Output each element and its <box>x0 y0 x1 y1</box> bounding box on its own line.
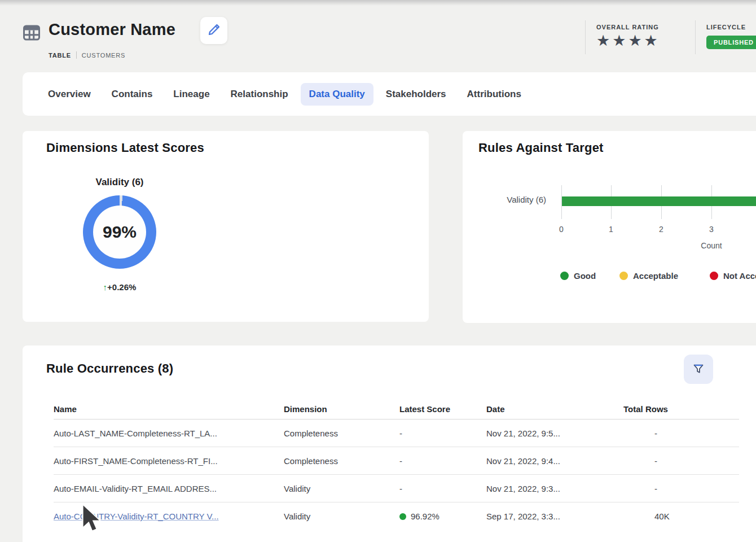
tab-bar: Overview Contains Lineage Relationship D… <box>23 72 756 116</box>
donut-score-value: 99% <box>103 222 137 242</box>
rule-name-link[interactable]: Auto-FIRST_NAME-Completeness-RT_FI... <box>54 456 284 466</box>
header-divider-2 <box>695 20 696 54</box>
star-rating-icons: ★★★★ <box>596 32 660 50</box>
rule-date: Nov 21, 2022, 9:4... <box>486 456 623 466</box>
good-dot-icon <box>560 272 569 280</box>
overall-rating: OVERALL RATING ★★★★ <box>596 24 660 50</box>
table-row-hovered[interactable]: Auto-COUNTRY-Validity-RT_COUNTRY V... Va… <box>54 502 739 530</box>
validity-donut-chart: 99% <box>83 195 156 269</box>
data-catalog-page: Customer Name TABLE CUSTOMERS OVERALL RA… <box>0 0 756 542</box>
tab-data-quality[interactable]: Data Quality <box>301 83 373 106</box>
tab-relationship[interactable]: Relationship <box>222 83 297 106</box>
edit-title-button[interactable] <box>200 17 227 44</box>
score-value: 96.92% <box>411 512 439 521</box>
rule-date: Sep 17, 2022, 3:3... <box>486 512 623 521</box>
tab-attributions[interactable]: Attributions <box>459 83 530 106</box>
legend-not-acceptable-label: Not Acceptable <box>723 271 756 281</box>
column-header-name: Name <box>54 404 284 414</box>
page-title: Customer Name <box>49 20 175 39</box>
column-header-latest-score: Latest Score <box>399 404 486 414</box>
legend-good-label: Good <box>574 271 596 281</box>
rule-total-rows: - <box>623 429 739 438</box>
rule-occurrences-card: Rule Occurrences (8) Name Dimension Late… <box>23 346 756 542</box>
legend-acceptable-label: Acceptable <box>633 271 678 281</box>
x-tick-1: 1 <box>604 225 618 234</box>
rules-card-title: Rules Against Target <box>478 141 604 155</box>
breadcrumb: TABLE CUSTOMERS <box>49 51 125 59</box>
table-row[interactable]: Auto-EMAIL-Validity-RT_EMAIL ADDRES... V… <box>54 475 739 502</box>
legend-not-acceptable: Not Acceptable <box>710 271 756 281</box>
trend-up-arrow-icon: ↑ <box>103 282 108 292</box>
donut-dimension-label: Validity (6) <box>41 177 199 188</box>
x-tick-3: 3 <box>705 225 718 234</box>
lifecycle: LIFECYCLE PUBLISHED <box>706 24 756 49</box>
score-trend: ↑+0.26% <box>41 282 199 292</box>
lifecycle-label: LIFECYCLE <box>706 24 756 30</box>
x-axis-label: Count <box>689 241 734 250</box>
not-acceptable-dot-icon <box>710 272 718 280</box>
rules-against-target-card: Rules Against Target Validity (6) 0 1 2 … <box>463 131 756 323</box>
rule-dimension: Validity <box>284 484 399 493</box>
rule-total-rows: - <box>623 484 739 493</box>
rule-dimension: Validity <box>284 512 399 521</box>
rule-total-rows: - <box>623 456 739 466</box>
trend-value: +0.26% <box>107 282 136 292</box>
tab-lineage[interactable]: Lineage <box>165 83 218 106</box>
donut-hole: 99% <box>93 206 146 259</box>
rule-latest-score: - <box>399 429 486 438</box>
rule-occurrences-table: Name Dimension Latest Score Date Total R… <box>54 399 739 530</box>
breadcrumb-divider <box>76 51 77 59</box>
asset-name-label: CUSTOMERS <box>82 52 125 59</box>
legend-acceptable: Acceptable <box>619 271 678 281</box>
tab-overview[interactable]: Overview <box>39 83 99 106</box>
validity-count-bar <box>562 196 756 206</box>
overall-rating-label: OVERALL RATING <box>596 24 660 30</box>
x-tick-0: 0 <box>555 225 568 234</box>
table-header-row: Name Dimension Latest Score Date Total R… <box>54 399 739 419</box>
rule-date: Nov 21, 2022, 9:3... <box>486 484 623 493</box>
bar-category-label: Validity (6) <box>474 195 546 204</box>
rule-name-link[interactable]: Auto-EMAIL-Validity-RT_EMAIL ADDRES... <box>54 484 284 493</box>
rule-dimension: Completeness <box>284 456 399 466</box>
window-top-edge <box>0 0 756 6</box>
rule-total-rows: 40K <box>623 512 739 521</box>
rule-latest-score: 96.92% <box>399 512 486 521</box>
table-row[interactable]: Auto-LAST_NAME-Completeness-RT_LA... Com… <box>54 419 739 447</box>
dimensions-latest-scores-card: Dimensions Latest Scores Validity (6) 99… <box>23 131 429 322</box>
score-status-dot <box>399 513 406 520</box>
filter-button[interactable] <box>684 355 713 384</box>
header-divider <box>585 20 586 54</box>
column-header-total-rows: Total Rows <box>623 404 739 414</box>
table-asset-icon <box>21 23 42 43</box>
tab-contains[interactable]: Contains <box>103 83 161 106</box>
dimensions-card-title: Dimensions Latest Scores <box>46 141 204 155</box>
rule-dimension: Completeness <box>284 429 399 438</box>
rule-occurrences-title: Rule Occurrences (8) <box>46 361 173 376</box>
funnel-filter-icon <box>692 362 705 377</box>
rule-latest-score: - <box>399 456 486 466</box>
column-header-dimension: Dimension <box>284 404 399 414</box>
rule-name-link[interactable]: Auto-COUNTRY-Validity-RT_COUNTRY V... <box>54 512 284 521</box>
tab-stakeholders[interactable]: Stakeholders <box>377 83 455 106</box>
rule-latest-score: - <box>399 484 486 493</box>
column-header-date: Date <box>486 404 623 414</box>
pencil-icon <box>207 23 221 38</box>
table-row[interactable]: Auto-FIRST_NAME-Completeness-RT_FI... Co… <box>54 447 739 475</box>
acceptable-dot-icon <box>619 272 628 280</box>
rule-name-link[interactable]: Auto-LAST_NAME-Completeness-RT_LA... <box>54 429 284 438</box>
asset-type-label: TABLE <box>49 52 71 59</box>
x-tick-2: 2 <box>654 225 668 234</box>
legend-good: Good <box>560 271 596 281</box>
status-badge-published: PUBLISHED <box>706 36 756 49</box>
rule-date: Nov 21, 2022, 9:5... <box>486 429 623 438</box>
